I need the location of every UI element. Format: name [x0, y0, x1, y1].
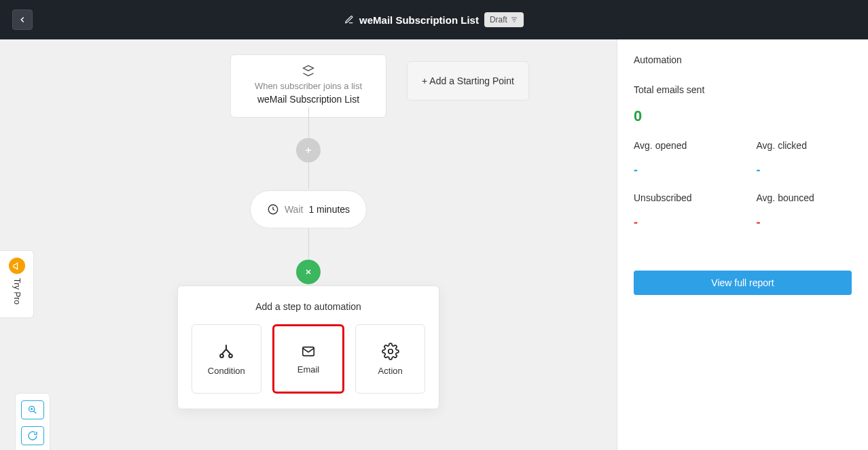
svg-line-14 — [34, 411, 37, 414]
step-option-label: Email — [297, 364, 320, 375]
plus-icon — [304, 145, 313, 155]
layers-icon — [302, 65, 314, 77]
back-button[interactable] — [12, 10, 33, 30]
svg-point-9 — [220, 354, 223, 358]
try-pro-tab[interactable]: Try Pro — [0, 250, 34, 318]
start-node-subtitle: When subscriber joins a list — [238, 81, 379, 91]
mail-icon — [300, 344, 317, 359]
add-step-popup: Add a step to automation Condition Email… — [177, 285, 439, 409]
clock-icon — [267, 203, 279, 215]
step-option-condition[interactable]: Condition — [192, 324, 261, 394]
filter-icon — [510, 16, 518, 24]
avg-opened-value: - — [634, 163, 729, 177]
close-step-button[interactable] — [296, 260, 321, 284]
megaphone-icon — [9, 258, 25, 274]
avg-bounced-label: Avg. bounced — [757, 192, 852, 203]
main: When subscriber joins a list weMail Subs… — [0, 39, 868, 450]
step-option-label: Condition — [208, 366, 245, 376]
avg-opened-label: Avg. opened — [634, 140, 729, 151]
svg-point-10 — [229, 354, 232, 358]
avg-bounced-value: - — [757, 215, 852, 230]
draft-badge[interactable]: Draft — [484, 12, 524, 27]
zoom-in-icon — [27, 404, 38, 415]
try-pro-label: Try Pro — [12, 278, 22, 305]
step-option-label: Action — [378, 366, 403, 376]
add-step-button[interactable] — [296, 138, 321, 162]
automation-sidebar: Automation Total emails sent 0 Avg. open… — [617, 39, 868, 450]
branch-icon — [217, 343, 235, 360]
sidebar-title: Automation — [634, 54, 852, 65]
wait-label: Wait — [285, 204, 303, 215]
page-title: weMail Subscription List — [359, 14, 479, 26]
total-emails-label: Total emails sent — [634, 84, 852, 95]
total-emails-value: 0 — [634, 107, 852, 125]
automation-canvas[interactable]: When subscriber joins a list weMail Subs… — [0, 39, 617, 450]
arrow-left-icon — [18, 15, 27, 24]
wait-value: 1 minutes — [308, 204, 350, 215]
close-icon — [304, 268, 312, 276]
zoom-controls — [15, 393, 50, 450]
unsubscribed-value: - — [634, 215, 729, 230]
step-option-email[interactable]: Email — [272, 324, 345, 394]
zoom-reset-button[interactable] — [21, 426, 44, 445]
svg-point-12 — [388, 349, 393, 353]
pencil-icon[interactable] — [344, 15, 354, 24]
gear-icon — [382, 343, 399, 360]
view-full-report-button[interactable]: View full report — [634, 271, 852, 295]
start-node-title: weMail Subscription List — [238, 94, 379, 105]
avg-clicked-label: Avg. clicked — [757, 140, 852, 151]
svg-marker-3 — [304, 66, 314, 71]
zoom-in-button[interactable] — [21, 400, 44, 419]
topbar-center: weMail Subscription List Draft — [344, 12, 524, 27]
step-option-action[interactable]: Action — [355, 324, 425, 394]
avg-clicked-value: - — [757, 163, 852, 177]
add-starting-point-button[interactable]: + Add a Starting Point — [407, 61, 529, 101]
refresh-icon — [27, 430, 38, 441]
draft-badge-text: Draft — [490, 15, 507, 24]
popup-title: Add a step to automation — [192, 301, 425, 312]
step-options: Condition Email Action — [192, 324, 425, 394]
unsubscribed-label: Unsubscribed — [634, 192, 729, 203]
topbar: weMail Subscription List Draft — [0, 0, 868, 39]
wait-node[interactable]: Wait 1 minutes — [250, 190, 367, 228]
